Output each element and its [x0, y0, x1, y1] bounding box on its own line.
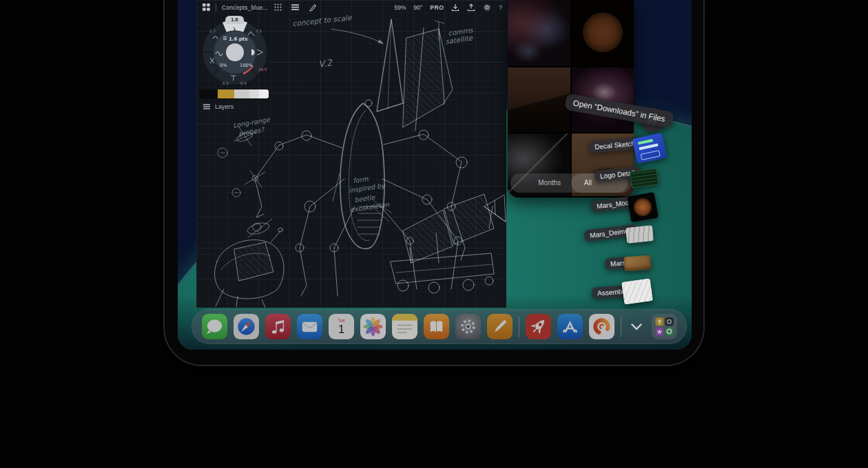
dock-app-appstore[interactable] — [557, 314, 583, 339]
workspace-grid-icon[interactable] — [203, 3, 210, 11]
annotation-version: V.2 — [318, 57, 333, 70]
dots-grid-icon[interactable] — [274, 3, 282, 11]
wheel-knob[interactable] — [226, 43, 244, 61]
wheel-size-s-left: 6.9 — [223, 81, 229, 85]
dock-app-concepts[interactable] — [589, 314, 614, 339]
opacity-min: 0% — [220, 63, 227, 68]
dock-app-notes[interactable] — [392, 314, 417, 339]
share-export-icon[interactable] — [467, 3, 475, 12]
wheel-center-size: 1.6 pts — [229, 36, 247, 42]
swatch-gray[interactable] — [234, 89, 249, 98]
nebula-photo[interactable] — [508, 0, 570, 66]
dock-app-settings[interactable] — [455, 314, 481, 339]
zoom-level[interactable]: 59% — [394, 4, 406, 11]
tool-wheel[interactable]: 1.3 3.5 14.5 8.9 6.9 1.6 pts 0% 100% — [200, 18, 269, 87]
mars-surface-photo[interactable] — [508, 67, 570, 132]
wheel-size-ne: 3.5 — [256, 29, 262, 33]
rotation-value[interactable]: 90° — [413, 4, 422, 11]
calendar-day: 1 — [338, 323, 344, 336]
concepts-canvas[interactable]: concept to scale V.2 comms satellite Lon… — [196, 0, 506, 308]
wheel-size-se: 14.5 — [258, 67, 267, 72]
calendar-weekday: Tue — [338, 318, 345, 323]
ipad-screen: concept to scale V.2 comms satellite Lon… — [178, 0, 692, 350]
document-title[interactable]: Concepts_blue... — [222, 4, 268, 11]
dock-app-calendar[interactable]: Tue1 — [329, 314, 354, 339]
layers-menu-icon — [203, 104, 210, 109]
swatch-gold[interactable] — [218, 89, 234, 98]
layers-panel-header[interactable]: Layers — [203, 103, 234, 110]
screenshot-stage: concept to scale V.2 comms satellite Lon… — [0, 0, 868, 468]
dock-app-library[interactable] — [652, 314, 677, 339]
annotation-scale: concept to scale — [292, 13, 353, 28]
swatch-white[interactable] — [259, 89, 269, 98]
active-size-badge: 1.6 — [225, 16, 244, 24]
dock-app-sketch-pen[interactable] — [487, 314, 513, 339]
dock-app-rocket[interactable] — [526, 314, 551, 339]
color-swatch-bar[interactable] — [200, 89, 269, 98]
dock-divider — [621, 317, 621, 337]
layers-stack-icon[interactable] — [291, 3, 300, 11]
orion-nebula-photo[interactable] — [572, 67, 634, 132]
toolbar-divider — [216, 3, 216, 11]
photos-app-window[interactable]: Months All — [508, 0, 634, 198]
chevron-down-icon — [632, 324, 641, 329]
wheel-size-s-right: 8.9 — [240, 81, 247, 85]
opacity-max: 100% — [240, 63, 253, 68]
settings-gear-icon[interactable] — [483, 3, 491, 12]
dock-app-books[interactable] — [424, 314, 449, 339]
annotation-form: form — [353, 175, 369, 184]
photos-filter-bar: Months All — [510, 173, 631, 193]
swatch-lightgray[interactable] — [249, 89, 259, 98]
swatch-black[interactable] — [200, 89, 218, 98]
stylus-icon[interactable] — [309, 3, 317, 12]
mars-globe-photo[interactable] — [572, 0, 634, 66]
photo-grid — [508, 0, 634, 196]
dock-app-safari[interactable] — [234, 314, 259, 339]
rover-sketch — [391, 194, 506, 293]
filter-tab-months[interactable]: Months — [538, 173, 561, 193]
dock-app-mail[interactable] — [297, 314, 322, 339]
dock-collapse-button[interactable] — [628, 314, 645, 339]
filter-tab-all[interactable]: All — [584, 173, 592, 193]
mech-sketch — [255, 19, 467, 296]
probe-sketches — [218, 127, 272, 237]
dock: Tue1 — [192, 309, 687, 344]
layers-label: Layers — [215, 103, 234, 110]
dock-divider — [519, 317, 519, 337]
help-icon[interactable]: ? — [499, 4, 502, 11]
selected-swatch-dot — [235, 3, 238, 6]
dock-app-music[interactable] — [265, 314, 291, 339]
dock-app-messages[interactable] — [202, 314, 227, 339]
filter-all-pill — [571, 173, 628, 193]
pod-sketch — [214, 228, 284, 308]
dock-app-photos[interactable] — [360, 314, 386, 339]
concepts-toolbar: Concepts_blue... 59% 90° PRO ? — [196, 0, 506, 14]
import-icon[interactable] — [451, 3, 459, 12]
pro-badge[interactable]: PRO — [430, 4, 444, 11]
wheel-size-nw: 1.3 — [209, 29, 216, 33]
